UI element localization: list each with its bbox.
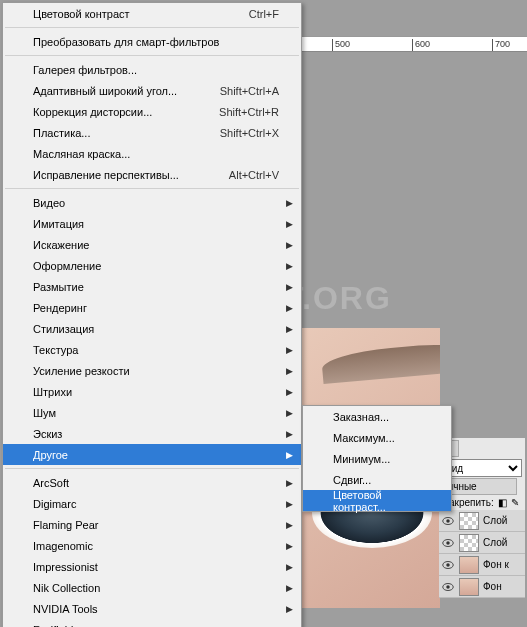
menu-item-label: Имитация xyxy=(33,218,279,230)
menu-item-label: Redfield xyxy=(33,624,279,628)
layer-row[interactable]: Фон к xyxy=(439,554,525,576)
menu-item-20[interactable]: Другое▶ xyxy=(3,444,301,465)
menu-item-21[interactable]: ArcSoft▶ xyxy=(3,472,301,493)
menu-separator xyxy=(5,27,299,28)
menu-item-label: Эскиз xyxy=(33,428,279,440)
menu-item-label: ArcSoft xyxy=(33,477,279,489)
submenu-item-label: Цветовой контраст... xyxy=(333,489,429,513)
submenu-arrow-icon: ▶ xyxy=(286,282,293,292)
layer-row[interactable]: Фон xyxy=(439,576,525,598)
submenu-arrow-icon: ▶ xyxy=(286,520,293,530)
layer-thumbnail xyxy=(459,534,479,552)
submenu-arrow-icon: ▶ xyxy=(286,345,293,355)
menu-item-24[interactable]: Imagenomic▶ xyxy=(3,535,301,556)
menu-item-9[interactable]: Имитация▶ xyxy=(3,213,301,234)
menu-item-22[interactable]: Digimarc▶ xyxy=(3,493,301,514)
menu-item-7[interactable]: Исправление перспективы...Alt+Ctrl+V xyxy=(3,164,301,185)
submenu-arrow-icon: ▶ xyxy=(286,583,293,593)
submenu-arrow-icon: ▶ xyxy=(286,240,293,250)
menu-item-17[interactable]: Штрихи▶ xyxy=(3,381,301,402)
menu-shortcut: Ctrl+F xyxy=(249,8,279,20)
menu-item-label: Коррекция дисторсии... xyxy=(33,106,219,118)
visibility-icon[interactable] xyxy=(441,558,455,572)
menu-item-label: NVIDIA Tools xyxy=(33,603,279,615)
menu-item-3[interactable]: Адаптивный широкий угол...Shift+Ctrl+A xyxy=(3,80,301,101)
submenu-arrow-icon: ▶ xyxy=(286,261,293,271)
submenu-arrow-icon: ▶ xyxy=(286,499,293,509)
submenu-arrow-icon: ▶ xyxy=(286,541,293,551)
menu-item-6[interactable]: Масляная краска... xyxy=(3,143,301,164)
menu-item-13[interactable]: Рендеринг▶ xyxy=(3,297,301,318)
filter-menu: Цветовой контрастCtrl+FПреобразовать для… xyxy=(2,2,302,627)
visibility-icon[interactable] xyxy=(441,580,455,594)
visibility-icon[interactable] xyxy=(441,514,455,528)
menu-item-5[interactable]: Пластика...Shift+Ctrl+X xyxy=(3,122,301,143)
other-submenu: Заказная...Максимум...Минимум...Сдвиг...… xyxy=(302,405,452,512)
menu-item-27[interactable]: NVIDIA Tools▶ xyxy=(3,598,301,619)
menu-item-1[interactable]: Преобразовать для смарт-фильтров xyxy=(3,31,301,52)
submenu-item-4[interactable]: Цветовой контраст... xyxy=(303,490,451,511)
menu-item-label: Пластика... xyxy=(33,127,220,139)
svg-point-1 xyxy=(446,519,450,523)
horizontal-ruler: 500 600 700 xyxy=(302,36,527,52)
layer-row[interactable]: Слой xyxy=(439,510,525,532)
menu-item-2[interactable]: Галерея фильтров... xyxy=(3,59,301,80)
menu-item-label: Размытие xyxy=(33,281,279,293)
lock-transparency-icon[interactable]: ◧ xyxy=(498,497,507,508)
submenu-item-label: Сдвиг... xyxy=(333,474,429,486)
menu-item-label: Штрихи xyxy=(33,386,279,398)
menu-item-25[interactable]: Impressionist▶ xyxy=(3,556,301,577)
menu-item-label: Цветовой контраст xyxy=(33,8,249,20)
submenu-arrow-icon: ▶ xyxy=(286,408,293,418)
submenu-item-3[interactable]: Сдвиг... xyxy=(303,469,451,490)
submenu-item-label: Заказная... xyxy=(333,411,429,423)
menu-item-26[interactable]: Nik Collection▶ xyxy=(3,577,301,598)
menu-item-15[interactable]: Текстура▶ xyxy=(3,339,301,360)
layer-row[interactable]: Слой xyxy=(439,532,525,554)
menu-item-8[interactable]: Видео▶ xyxy=(3,192,301,213)
layer-name: Слой xyxy=(483,515,507,526)
menu-item-10[interactable]: Искажение▶ xyxy=(3,234,301,255)
submenu-arrow-icon: ▶ xyxy=(286,429,293,439)
submenu-arrow-icon: ▶ xyxy=(286,219,293,229)
submenu-arrow-icon: ▶ xyxy=(286,604,293,614)
menu-item-label: Преобразовать для смарт-фильтров xyxy=(33,36,279,48)
menu-item-label: Усиление резкости xyxy=(33,365,279,377)
menu-item-label: Другое xyxy=(33,449,279,461)
menu-shortcut: Shift+Ctrl+R xyxy=(219,106,279,118)
menu-item-label: Масляная краска... xyxy=(33,148,279,160)
menu-item-19[interactable]: Эскиз▶ xyxy=(3,423,301,444)
menu-item-label: Imagenomic xyxy=(33,540,279,552)
menu-item-label: Impressionist xyxy=(33,561,279,573)
submenu-arrow-icon: ▶ xyxy=(286,324,293,334)
submenu-item-0[interactable]: Заказная... xyxy=(303,406,451,427)
blend-mode-select[interactable]: Вид xyxy=(440,459,522,477)
submenu-item-2[interactable]: Минимум... xyxy=(303,448,451,469)
menu-item-label: Flaming Pear xyxy=(33,519,279,531)
layer-thumbnail xyxy=(459,512,479,530)
menu-item-0[interactable]: Цветовой контрастCtrl+F xyxy=(3,3,301,24)
menu-item-23[interactable]: Flaming Pear▶ xyxy=(3,514,301,535)
menu-item-16[interactable]: Усиление резкости▶ xyxy=(3,360,301,381)
menu-item-11[interactable]: Оформление▶ xyxy=(3,255,301,276)
menu-item-12[interactable]: Размытие▶ xyxy=(3,276,301,297)
menu-item-label: Шум xyxy=(33,407,279,419)
layer-name: Слой xyxy=(483,537,507,548)
submenu-arrow-icon: ▶ xyxy=(286,562,293,572)
menu-item-14[interactable]: Стилизация▶ xyxy=(3,318,301,339)
submenu-arrow-icon: ▶ xyxy=(286,478,293,488)
menu-separator xyxy=(5,188,299,189)
brush-icon[interactable]: ✎ xyxy=(511,497,519,508)
submenu-item-1[interactable]: Максимум... xyxy=(303,427,451,448)
menu-item-4[interactable]: Коррекция дисторсии...Shift+Ctrl+R xyxy=(3,101,301,122)
menu-item-18[interactable]: Шум▶ xyxy=(3,402,301,423)
menu-item-label: Стилизация xyxy=(33,323,279,335)
layer-name: Фон к xyxy=(483,559,509,570)
menu-item-label: Искажение xyxy=(33,239,279,251)
visibility-icon[interactable] xyxy=(441,536,455,550)
menu-item-28[interactable]: Redfield▶ xyxy=(3,619,301,627)
menu-item-label: Оформление xyxy=(33,260,279,272)
submenu-arrow-icon: ▶ xyxy=(286,450,293,460)
svg-point-5 xyxy=(446,563,450,567)
menu-separator xyxy=(5,468,299,469)
